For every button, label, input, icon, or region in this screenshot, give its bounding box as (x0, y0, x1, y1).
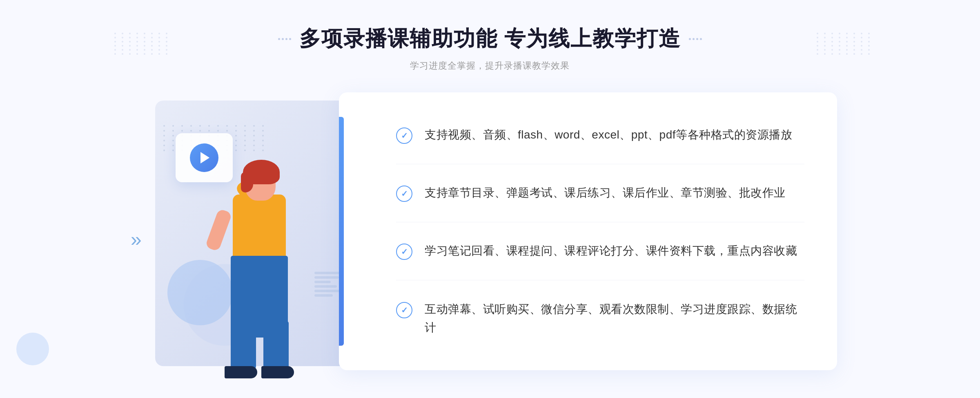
check-circle-4: ✓ (396, 302, 412, 318)
feature-divider-2 (396, 222, 804, 222)
header-section: 多项录播课辅助功能 专为线上教学打造 学习进度全掌握，提升录播课教学效果 (278, 25, 702, 72)
feature-text-3: 学习笔记回看、课程提问、课程评论打分、课件资料下载，重点内容收藏 (425, 242, 797, 260)
checkmark-3: ✓ (401, 248, 408, 256)
char-shoe-right (261, 366, 294, 378)
check-circle-1: ✓ (396, 127, 412, 144)
check-icon-3: ✓ (396, 244, 412, 260)
feature-text-4: 互动弹幕、试听购买、微信分享、观看次数限制、学习进度跟踪、数据统计 (425, 300, 804, 337)
feature-item-1: ✓ 支持视频、音频、flash、word、excel、ppt、pdf等各种格式的… (396, 126, 804, 144)
feature-item-4: ✓ 互动弹幕、试听购买、微信分享、观看次数限制、学习进度跟踪、数据统计 (396, 300, 804, 337)
feature-divider-1 (396, 164, 804, 164)
feature-text-2: 支持章节目录、弹题考试、课后练习、课后作业、章节测验、批改作业 (425, 184, 786, 202)
decorative-dots-left (114, 33, 163, 82)
page-container: 多项录播课辅助功能 专为线上教学打造 学习进度全掌握，提升录播课教学效果 (0, 0, 980, 398)
checkmark-1: ✓ (401, 132, 408, 140)
bottom-circle-decoration (16, 333, 49, 365)
feature-divider-3 (396, 280, 804, 280)
char-arm-down (205, 208, 232, 252)
check-circle-3: ✓ (396, 244, 412, 260)
check-icon-1: ✓ (396, 127, 412, 144)
content-area: » ✓ 支持视频、音频、flash、word、excel、ppt、pdf等各种格… (143, 92, 837, 387)
check-circle-2: ✓ (396, 186, 412, 202)
chevrons-left-decoration: » (131, 230, 142, 249)
header-dots-right (689, 38, 702, 40)
bottom-left-decoration (16, 333, 49, 365)
checkmark-2: ✓ (401, 190, 408, 198)
decorative-dots-right (817, 33, 866, 82)
page-subtitle: 学习进度全掌握，提升录播课教学效果 (278, 60, 702, 72)
feature-text-1: 支持视频、音频、flash、word、excel、ppt、pdf等各种格式的资源… (425, 126, 792, 144)
char-shoe-left (225, 366, 257, 378)
character-illustration (192, 150, 306, 378)
feature-item-2: ✓ 支持章节目录、弹题考试、课后练习、课后作业、章节测验、批改作业 (396, 184, 804, 202)
left-panel: » (143, 101, 372, 378)
header-decorators: 多项录播课辅助功能 专为线上教学打造 (278, 25, 702, 53)
check-icon-2: ✓ (396, 186, 412, 202)
check-icon-4: ✓ (396, 302, 412, 318)
header-dots-left (278, 38, 291, 40)
page-title: 多项录播课辅助功能 专为线上教学打造 (299, 25, 681, 53)
feature-item-3: ✓ 学习笔记回看、课程提问、课程评论打分、课件资料下载，重点内容收藏 (396, 242, 804, 260)
right-panel: ✓ 支持视频、音频、flash、word、excel、ppt、pdf等各种格式的… (339, 92, 837, 370)
checkmark-4: ✓ (401, 306, 408, 314)
char-hair-side (241, 172, 253, 192)
char-torso (233, 195, 286, 260)
chevron-icon: » (131, 230, 142, 249)
char-pants (231, 256, 288, 338)
